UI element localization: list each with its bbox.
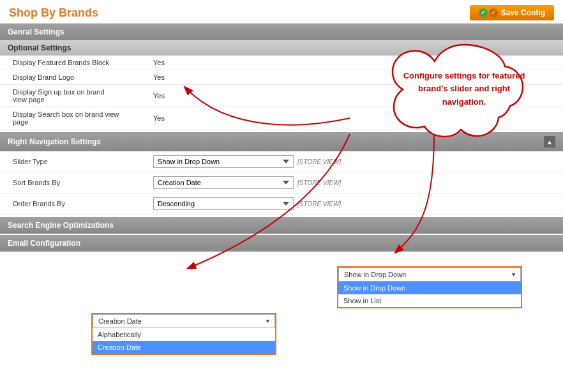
collapse-button[interactable]: ▲ [544, 136, 555, 147]
slider-dropdown-header: Show in Drop Down ▼ [338, 268, 521, 282]
right-nav-table: Slider Type Show in Drop Down Show in Li… [0, 151, 563, 215]
general-settings-label: Genral Settings [8, 27, 64, 36]
email-header: Email Configuration [0, 235, 563, 252]
check-icon-green: ✓ [479, 8, 488, 17]
order-brands-row: Order Brands By Descending Ascending [ST… [0, 193, 563, 215]
sort-option-creation-date[interactable]: Creation Date [93, 341, 275, 354]
order-brands-label: Order Brands By [0, 193, 147, 215]
cloud-text: Configure settings for featured brand's … [399, 70, 529, 108]
right-nav-label: Right Navigation Settings [8, 137, 101, 146]
seo-label: Search Engine Optimizations [8, 221, 114, 230]
sort-brands-label: Sort Brands By [0, 172, 147, 193]
btn-icons: ✓ ✓ [479, 8, 498, 17]
slider-dropdown-current: Show in Drop Down [344, 271, 406, 278]
slider-type-select[interactable]: Show in Drop Down Show in List [153, 155, 294, 168]
cloud-tooltip-container: Configure settings for featured brand's … [387, 40, 541, 139]
row-label: Display Search box on brand viewpage [0, 107, 147, 130]
sort-brands-select-wrapper: Creation Date Alphabetically [STORE VIEW… [153, 176, 341, 189]
page-header: Shop By Brands ✓ ✓ Save Config [0, 0, 563, 24]
order-brands-select[interactable]: Descending Ascending [153, 197, 294, 210]
check-icon-orange: ✓ [489, 8, 498, 17]
slider-dropdown-arrow: ▼ [511, 271, 516, 278]
row-label: Display Sign up box on brandview page [0, 85, 147, 107]
cloud-text-container: Configure settings for featured brand's … [399, 51, 529, 127]
slider-type-select-wrapper: Show in Drop Down Show in List [STORE VI… [153, 155, 341, 168]
save-config-button[interactable]: ✓ ✓ Save Config [470, 5, 554, 20]
sort-store-view: [STORE VIEW] [297, 179, 341, 186]
sort-option-alphabetically[interactable]: Alphabetically [93, 328, 275, 341]
sort-dropdown-popup: Creation Date ▼ Alphabetically Creation … [91, 313, 276, 355]
page-title: Shop By Brands [9, 6, 98, 20]
row-label: Display Brand Logo [0, 70, 147, 85]
sort-brands-row: Sort Brands By Creation Date Alphabetica… [0, 172, 563, 193]
slider-option-show-in-dropdown[interactable]: Show in Drop Down [338, 282, 521, 294]
page-wrapper: Shop By Brands ✓ ✓ Save Config Genral Se… [0, 0, 563, 392]
order-store-view: [STORE VIEW] [297, 200, 341, 207]
sort-dropdown-header: Creation Date ▼ [93, 314, 275, 328]
sort-dropdown-arrow: ▼ [265, 318, 271, 324]
slider-type-label: Slider Type [0, 151, 147, 172]
slider-dropdown-popup: Show in Drop Down ▼ Show in Drop Down Sh… [337, 266, 522, 308]
sort-brands-select[interactable]: Creation Date Alphabetically [153, 176, 294, 189]
slider-store-view: [STORE VIEW] [297, 158, 341, 165]
sort-dropdown-current: Creation Date [98, 317, 142, 325]
order-brands-select-wrapper: Descending Ascending [STORE VIEW] [153, 197, 341, 210]
email-label: Email Configuration [8, 239, 80, 248]
slider-type-value: Show in Drop Down Show in List [STORE VI… [147, 151, 563, 172]
seo-header: Search Engine Optimizations [0, 217, 563, 234]
slider-type-row: Slider Type Show in Drop Down Show in Li… [0, 151, 563, 172]
save-config-label: Save Config [501, 8, 545, 17]
sort-brands-value: Creation Date Alphabetically [STORE VIEW… [147, 172, 563, 193]
optional-settings-label: Optional Settings [8, 43, 71, 52]
order-brands-value: Descending Ascending [STORE VIEW] [147, 193, 563, 215]
general-settings-header: Genral Settings [0, 24, 563, 40]
row-label: Display Featured Brands Block [0, 56, 147, 70]
slider-option-show-in-list[interactable]: Show in List [338, 294, 521, 307]
